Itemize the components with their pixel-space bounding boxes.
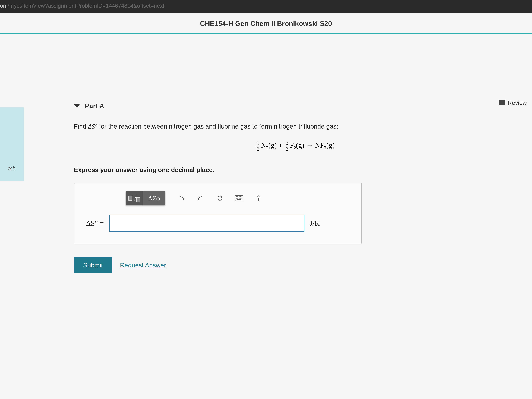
- chevron-down-icon: [74, 104, 80, 108]
- svg-rect-4: [240, 196, 241, 197]
- review-icon: [499, 100, 505, 105]
- action-row: Submit Request Answer: [74, 257, 516, 273]
- reset-icon: [216, 195, 223, 202]
- page-container: CHE154-H Gen Chem II Bronikowski S20 tch…: [0, 13, 532, 399]
- delta-s-symbol: ΔS°: [88, 123, 97, 130]
- math-template-icon: √: [128, 194, 140, 202]
- review-label: Review: [508, 100, 527, 106]
- svg-rect-11: [237, 199, 241, 200]
- course-title: CHE154-H Gen Chem II Bronikowski S20: [0, 13, 532, 33]
- answer-box: √ ΑΣφ: [74, 183, 361, 244]
- svg-rect-1: [236, 196, 237, 197]
- answer-input[interactable]: [109, 215, 304, 232]
- prompt-post: for the reaction between nitrogen gas an…: [97, 123, 338, 130]
- url-host-fragment: om: [0, 3, 8, 9]
- prompt-pre: Find: [74, 123, 88, 130]
- svg-rect-5: [242, 196, 242, 197]
- svg-rect-2: [238, 196, 238, 197]
- redo-icon: [197, 195, 204, 202]
- svg-rect-10: [242, 198, 242, 198]
- svg-rect-8: [239, 198, 240, 198]
- review-link[interactable]: Review: [499, 100, 527, 106]
- svg-rect-6: [236, 198, 237, 198]
- url-path: /myct/itemView?assignmentProblemID=14467…: [8, 3, 164, 9]
- math-templates-button[interactable]: √: [126, 191, 143, 205]
- reaction-equation: 1 2 N2(g) + 3 2 F2(g) → NF3(g): [74, 140, 516, 152]
- reset-button[interactable]: [213, 191, 227, 205]
- template-button-group: √ ΑΣφ: [126, 191, 165, 205]
- submit-button[interactable]: Submit: [74, 257, 112, 273]
- main-area: tch Review Part A Find ΔS° for the react…: [0, 33, 532, 399]
- svg-rect-7: [238, 198, 238, 198]
- keyboard-icon: [235, 195, 243, 201]
- greek-symbols-button[interactable]: ΑΣφ: [143, 191, 165, 205]
- keyboard-button[interactable]: [232, 191, 247, 205]
- variable-label: ΔS° =: [86, 219, 104, 228]
- unit-label: J/K: [310, 219, 320, 227]
- request-answer-link[interactable]: Request Answer: [120, 262, 166, 269]
- fraction-2: 3 2: [285, 140, 289, 152]
- part-header[interactable]: Part A: [74, 102, 516, 110]
- part-label: Part A: [85, 102, 104, 110]
- undo-icon: [178, 195, 185, 202]
- question-prompt: Find ΔS° for the reaction between nitrog…: [74, 122, 516, 131]
- fraction-1: 1 2: [256, 140, 260, 152]
- undo-button[interactable]: [174, 191, 189, 205]
- answer-instruction: Express your answer using one decimal pl…: [74, 166, 516, 173]
- sidebar-tab-label: tch: [8, 165, 16, 172]
- svg-rect-3: [239, 196, 240, 197]
- svg-rect-9: [240, 198, 241, 198]
- answer-input-row: ΔS° = J/K: [86, 215, 349, 232]
- equation-toolbar: √ ΑΣφ: [126, 191, 349, 205]
- redo-button[interactable]: [193, 191, 208, 205]
- sidebar-tab[interactable]: tch: [0, 108, 24, 181]
- help-button[interactable]: ?: [251, 191, 266, 205]
- content-area: Review Part A Find ΔS° for the reaction …: [24, 33, 532, 399]
- address-bar[interactable]: om/myct/itemView?assignmentProblemID=144…: [0, 0, 532, 13]
